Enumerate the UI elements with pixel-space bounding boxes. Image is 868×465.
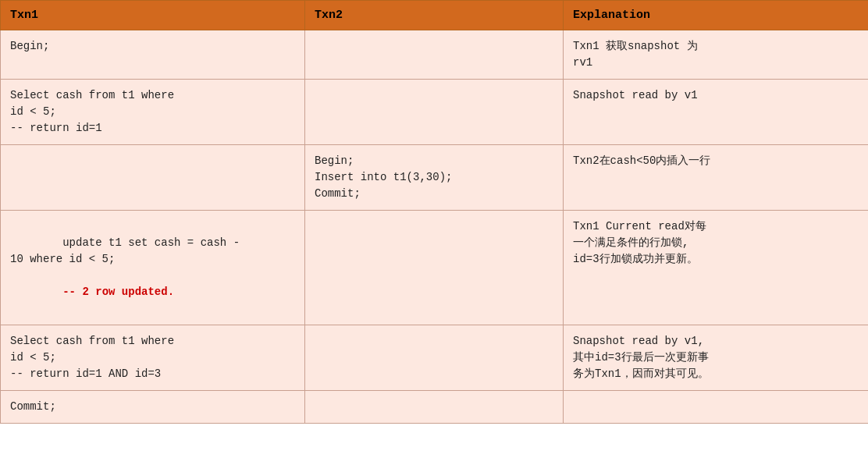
txn1-cell: update t1 set cash = cash - 10 where id …: [1, 211, 305, 325]
txn2-cell: [305, 211, 564, 325]
txn1-normal-text: update t1 set cash = cash - 10 where id …: [10, 236, 240, 265]
txn2-cell: Begin; Insert into t1(3,30); Commit;: [305, 145, 564, 211]
txn1-cell: Select cash from t1 where id < 5; -- ret…: [1, 325, 305, 391]
txn1-cell: Commit;: [1, 391, 305, 424]
header-txn2: Txn2: [305, 1, 564, 30]
txn1-cell: [1, 145, 305, 211]
table-row: Commit;: [1, 391, 869, 424]
txn2-cell: [305, 325, 564, 391]
table-row: Select cash from t1 where id < 5; -- ret…: [1, 80, 869, 145]
txn2-cell: [305, 30, 564, 80]
explanation-cell: [564, 391, 869, 424]
header-explanation: Explanation: [564, 1, 869, 30]
explanation-cell: Snapshot read by v1, 其中id=3行最后一次更新事 务为Tx…: [564, 325, 869, 391]
explanation-cell: Txn1 Current read对每 一个满足条件的行加锁, id=3行加锁成…: [564, 211, 869, 325]
explanation-cell: Snapshot read by v1: [564, 80, 869, 145]
table-row: update t1 set cash = cash - 10 where id …: [1, 211, 869, 325]
explanation-cell: Txn2在cash<50内插入一行: [564, 145, 869, 211]
table-row: Begin; Insert into t1(3,30); Commit; Txn…: [1, 145, 869, 211]
table-row: Select cash from t1 where id < 5; -- ret…: [1, 325, 869, 391]
header-txn1: Txn1: [1, 1, 305, 30]
table-row: Begin; Txn1 获取snapshot 为 rv1: [1, 30, 869, 80]
txn2-cell: [305, 391, 564, 424]
txn1-cell: Select cash from t1 where id < 5; -- ret…: [1, 80, 305, 145]
explanation-cell: Txn1 获取snapshot 为 rv1: [564, 30, 869, 80]
txn1-red-text: -- 2 row updated.: [62, 286, 174, 298]
txn1-cell: Begin;: [1, 30, 305, 80]
txn2-cell: [305, 80, 564, 145]
